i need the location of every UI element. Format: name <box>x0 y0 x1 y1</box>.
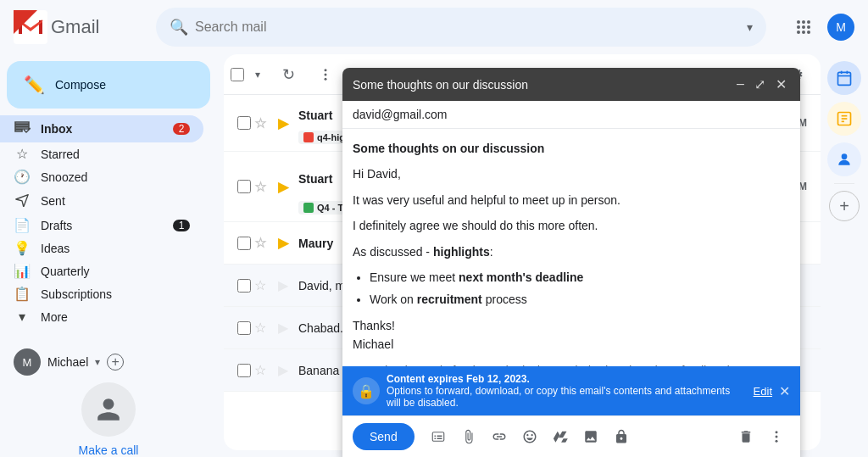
compose-more-button[interactable] <box>763 423 790 450</box>
send-button[interactable]: Send <box>353 423 415 450</box>
sidebar-item-ideas[interactable]: 💡 Ideas <box>0 237 203 259</box>
svg-point-6 <box>807 25 810 29</box>
sidebar-item-sent[interactable]: Sent <box>0 188 203 214</box>
search-input[interactable] <box>195 20 740 35</box>
star-icon[interactable]: ☆ <box>254 179 271 195</box>
compose-expiry-bar: 🔒 Content expires Feb 12, 2023. Options … <box>342 366 800 415</box>
compose-toolbar-icons <box>425 423 635 450</box>
sidebar: ✏️ Compose Inbox 2 ☆ Starred 🕐 Snoozed S… <box>0 54 217 457</box>
row-checkbox[interactable] <box>237 116 251 130</box>
svg-point-10 <box>325 69 327 71</box>
sidebar-item-drafts[interactable]: 📄 Drafts 1 <box>0 214 203 237</box>
topbar-right: M <box>787 10 854 44</box>
contacts-panel-icon[interactable] <box>827 142 861 176</box>
expand-button[interactable]: ⤢ <box>751 75 769 94</box>
compose-body-thanks: Thanks!Michael <box>353 316 790 354</box>
add-account-button[interactable]: + <box>107 354 124 371</box>
star-icon[interactable]: ☆ <box>254 320 271 336</box>
compose-header[interactable]: Some thoughts on our discussion – ⤢ ✕ <box>342 68 800 101</box>
important-icon: ▶ <box>278 235 292 251</box>
row-checkbox[interactable] <box>237 279 251 293</box>
sidebar-item-more[interactable]: ▾ More <box>0 305 203 328</box>
search-chevron-icon[interactable]: ▾ <box>747 20 753 34</box>
close-compose-button[interactable]: ✕ <box>772 75 790 94</box>
important-icon: ▶ <box>278 362 292 378</box>
sidebar-item-subscriptions[interactable]: 📋 Subscriptions <box>0 282 203 305</box>
sidebar-item-snoozed[interactable]: 🕐 Snoozed <box>0 165 203 188</box>
sidebar-item-inbox[interactable]: Inbox 2 <box>0 115 203 142</box>
compose-icon: ✏️ <box>24 75 45 95</box>
delete-draft-button[interactable] <box>732 423 760 450</box>
svg-point-5 <box>802 25 805 29</box>
minimize-button[interactable]: – <box>733 75 748 94</box>
call-avatar <box>81 382 136 437</box>
attach-icon[interactable] <box>455 423 482 450</box>
photo-icon[interactable] <box>577 423 604 450</box>
star-icon[interactable]: ☆ <box>254 362 271 378</box>
gmail-logo-wrap: Gmail <box>14 10 99 44</box>
svg-rect-13 <box>838 72 851 85</box>
compose-toolbar: Send <box>342 415 800 457</box>
gmail-ribbon <box>14 10 37 34</box>
expiry-edit-button[interactable]: Edit <box>754 385 772 398</box>
toolbar-more-button[interactable] <box>309 58 342 92</box>
compose-popup: Some thoughts on our discussion – ⤢ ✕ da… <box>342 68 800 457</box>
compose-body-line2: I definitely agree we should do this mor… <box>353 216 790 235</box>
sidebar-user-dropdown[interactable]: ▾ <box>95 356 100 368</box>
expiry-text: Content expires Feb 12, 2023. Options to… <box>387 373 747 409</box>
tasks-panel-icon[interactable] <box>827 102 861 136</box>
calendar-panel-icon[interactable] <box>827 61 861 95</box>
select-dropdown-button[interactable]: ▾ <box>248 64 268 85</box>
svg-point-3 <box>807 20 810 24</box>
make-call-section: Make a call Also try our mobile apps for… <box>14 443 203 457</box>
account-avatar[interactable]: M <box>827 14 854 41</box>
compose-toolbar-right <box>732 423 790 450</box>
svg-point-21 <box>842 153 848 159</box>
link-icon[interactable] <box>486 423 513 450</box>
snoozed-icon: 🕐 <box>14 169 31 185</box>
sidebar-item-quarterly[interactable]: 📊 Quarterly <box>0 259 203 282</box>
sidebar-user-row[interactable]: M Michael ▾ + <box>14 348 203 376</box>
starred-label: Starred <box>41 148 190 161</box>
format-icon[interactable] <box>425 423 452 450</box>
more-icon: ▾ <box>14 309 31 325</box>
lock-icon[interactable] <box>608 423 635 450</box>
make-call-link[interactable]: Make a call <box>79 443 139 457</box>
row-checkbox[interactable] <box>237 364 251 377</box>
drive-icon[interactable] <box>547 423 574 450</box>
drafts-label: Drafts <box>41 219 163 232</box>
emoji-icon[interactable] <box>516 423 543 450</box>
row-checkbox[interactable] <box>237 180 251 193</box>
compose-body-greeting: Hi David, <box>353 164 790 183</box>
apps-grid-icon <box>795 19 812 36</box>
sent-label: Sent <box>41 194 190 208</box>
compose-label: Compose <box>55 78 106 92</box>
inbox-icon <box>14 119 31 139</box>
add-panel-button[interactable]: + <box>829 191 860 221</box>
row-checkbox[interactable] <box>237 237 251 250</box>
important-icon: ▶ <box>278 179 292 195</box>
compose-body: Some thoughts on our discussion Hi David… <box>342 129 800 366</box>
compose-list-item-1: Ensure we meet next month's deadline <box>370 268 790 287</box>
svg-point-8 <box>802 31 805 34</box>
select-all-checkbox[interactable] <box>231 68 244 81</box>
important-icon: ▶ <box>278 115 292 131</box>
sidebar-call-area: M Michael ▾ + Make a call Also try our m… <box>0 342 217 457</box>
sidebar-user-name: Michael <box>47 355 88 369</box>
compose-header-icons: – ⤢ ✕ <box>733 75 790 94</box>
row-checkbox[interactable] <box>237 321 251 335</box>
star-icon[interactable]: ☆ <box>254 235 271 251</box>
search-bar[interactable]: 🔍 ▾ <box>156 8 766 47</box>
apps-button[interactable] <box>787 10 821 44</box>
refresh-button[interactable]: ↻ <box>271 58 305 92</box>
star-icon[interactable]: ☆ <box>254 115 271 131</box>
panel-divider <box>834 183 854 184</box>
star-icon[interactable]: ☆ <box>254 277 271 293</box>
sidebar-item-starred[interactable]: ☆ Starred <box>0 142 203 165</box>
expiry-close-button[interactable]: ✕ <box>779 383 790 399</box>
compose-button[interactable]: ✏️ Compose <box>7 61 210 109</box>
quarterly-icon: 📊 <box>14 263 31 279</box>
compose-list-item-2: Work on recruitment process <box>370 290 790 309</box>
drafts-badge: 1 <box>173 220 190 231</box>
right-panel: + <box>821 54 868 457</box>
